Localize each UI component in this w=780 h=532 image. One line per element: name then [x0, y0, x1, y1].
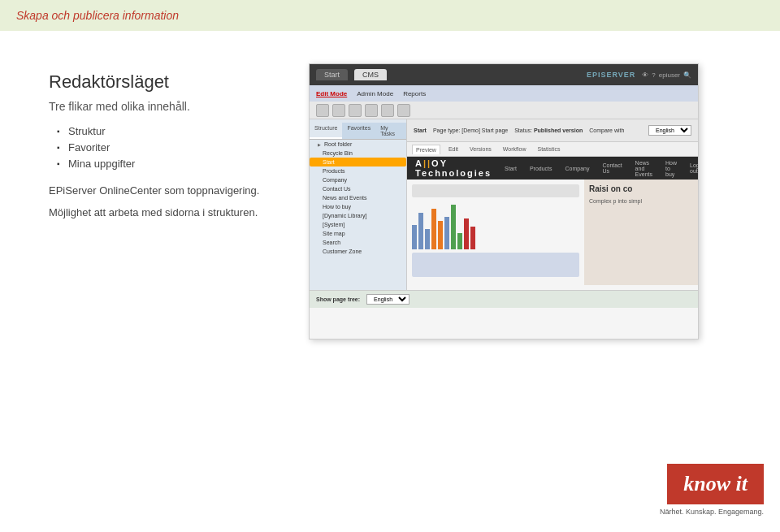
toolbar-btn-5[interactable]: [381, 104, 394, 117]
cms-screenshot: Start CMS EPISERVER 👁 ? epiuser 🔍 Edit M…: [309, 63, 699, 340]
list-item-uppgifter: Mina uppgifter: [57, 158, 276, 170]
language-select[interactable]: English: [648, 125, 691, 136]
tree-start[interactable]: Start: [310, 158, 406, 167]
bullet-list: Struktur Favoriter Mina uppgifter: [57, 125, 276, 170]
bar-4: [431, 209, 436, 249]
action-tab-versions[interactable]: Versions: [466, 145, 495, 154]
cms-tab-cms[interactable]: CMS: [354, 69, 387, 80]
bar-6: [444, 217, 449, 249]
preview-chart-header: [412, 184, 579, 197]
panel-tab-favorites[interactable]: Favorites: [342, 123, 375, 139]
know-it-tagline: Närhet. Kunskap. Engagemang.: [660, 508, 764, 516]
header-bar: Skapa och publicera information: [0, 0, 780, 31]
action-tab-workflow[interactable]: Workflow: [500, 145, 530, 154]
cms-tab-start[interactable]: Start: [316, 69, 348, 80]
tree-root-folder[interactable]: Root folder: [310, 140, 406, 149]
bar-1: [412, 225, 417, 249]
panel-tab-structure[interactable]: Structure: [310, 123, 342, 139]
panel-tab-tasks[interactable]: My Tasks: [375, 123, 406, 139]
toolbar-btn-4[interactable]: [365, 104, 378, 117]
tree-recycle-bin[interactable]: Recycle Bin: [310, 149, 406, 158]
know-it-badge: know it: [667, 464, 764, 504]
toolbar-btn-1[interactable]: [316, 104, 329, 117]
preview-nav-products: Products: [530, 166, 552, 171]
toolbar-btn-6[interactable]: [397, 104, 410, 117]
preview-logout: Log out: [690, 162, 698, 174]
cms-search-icon[interactable]: 🔍: [683, 71, 691, 79]
bar-3: [425, 229, 430, 249]
preview-nav-news: News and Events: [635, 160, 652, 177]
toolbar-btn-3[interactable]: [349, 104, 362, 117]
preview-nav-start: Start: [505, 166, 517, 171]
tree-news-events[interactable]: News and Events: [310, 193, 406, 202]
bar-8: [457, 233, 462, 249]
cms-eye-icon: 👁: [642, 71, 648, 79]
show-page-tree-label: Show page tree:: [316, 296, 360, 302]
cms-preview: A||OY Technologies Start Products Compan…: [407, 157, 698, 285]
action-tab-edit[interactable]: Edit: [445, 145, 462, 154]
toolbar-btn-2[interactable]: [332, 104, 345, 117]
preview-right-text: Complex p into simpl: [589, 197, 693, 205]
screenshot-column: Start CMS EPISERVER 👁 ? epiuser 🔍 Edit M…: [309, 63, 748, 340]
bar-2: [418, 213, 423, 249]
cms-modebar: Edit Mode Admin Mode Reports: [310, 85, 698, 102]
description-sidorna: Möjlighet att arbeta med sidorna i struk…: [49, 205, 276, 221]
preview-right-heading: Raisi on co: [589, 184, 693, 194]
cms-user-label: epiuser: [659, 71, 680, 79]
tree-customer-zone[interactable]: Customer Zone: [310, 247, 406, 256]
bar-10: [470, 227, 475, 249]
cms-question-icon: ?: [652, 71, 655, 79]
action-tab-preview[interactable]: Preview: [412, 145, 440, 154]
preview-nav-company: Company: [566, 166, 590, 171]
description-episerver: EPiServer OnlineCenter som toppnavigerin…: [49, 183, 276, 199]
preview-sidebar-right: Raisi on co Complex p into simpl: [584, 179, 698, 285]
page-type-label: Page type: [Demo] Start page: [433, 128, 508, 133]
preview-main: [407, 179, 584, 285]
list-item-struktur: Struktur: [57, 125, 276, 137]
action-tab-statistics[interactable]: Statistics: [534, 145, 563, 154]
tree-contact-us[interactable]: Contact Us: [310, 184, 406, 193]
preview-nav-howtobuy: How to buy: [665, 160, 677, 177]
main-content: Redaktörsläget Tre flikar med olika inne…: [0, 31, 780, 356]
compare-with: Compare with: [589, 128, 624, 133]
preview-logo: A||OY Technologies: [415, 158, 492, 178]
cms-topbar: Start CMS EPISERVER 👁 ? epiuser 🔍: [310, 64, 698, 85]
list-item-favoriter: Favoriter: [57, 141, 276, 154]
bar-5: [438, 221, 443, 249]
header-title: Skapa och publicera information: [16, 9, 179, 22]
cms-action-tabs: Preview Edit Versions Workflow Statistic…: [407, 142, 698, 157]
language-bottom-select[interactable]: English: [366, 294, 410, 305]
bar-7: [451, 205, 456, 249]
preview-website-header: A||OY Technologies Start Products Compan…: [407, 157, 698, 179]
bar-9: [464, 218, 469, 249]
preview-chart-bars: [412, 201, 579, 249]
text-column: Redaktörsläget Tre flikar med olika inne…: [49, 63, 276, 227]
tree-search[interactable]: Search: [310, 238, 406, 247]
mode-admin[interactable]: Admin Mode: [357, 90, 393, 97]
cms-page-info-bar: Start Page type: [Demo] Start page Statu…: [407, 119, 698, 142]
preview-content-area: Raisi on co Complex p into simpl: [407, 179, 698, 285]
mode-reports[interactable]: Reports: [403, 90, 426, 97]
status-badge: Status: Published version: [514, 128, 583, 133]
tree-how-to-buy[interactable]: How to buy: [310, 202, 406, 211]
cms-right-panel: Start Page type: [Demo] Start page Statu…: [407, 119, 698, 290]
cms-user-area: 👁 ? epiuser 🔍: [642, 71, 691, 79]
tree-system[interactable]: [System]: [310, 220, 406, 229]
cms-bottombar: Show page tree: English: [310, 290, 698, 308]
cms-toolbar: [310, 102, 698, 119]
tree-company[interactable]: Company: [310, 175, 406, 184]
cms-logo: EPISERVER: [587, 71, 635, 79]
subheading: Tre flikar med olika innehåll.: [49, 99, 276, 115]
preview-nav-contact: Contact Us: [602, 162, 622, 174]
know-it-section: know it Närhet. Kunskap. Engagemang.: [660, 464, 764, 516]
cms-panel-tabs: Structure Favorites My Tasks: [310, 123, 406, 140]
preview-data-table: [412, 253, 579, 277]
cms-left-panel: Structure Favorites My Tasks Root folder…: [310, 119, 407, 290]
cms-body: Structure Favorites My Tasks Root folder…: [310, 119, 698, 290]
page-info-text: Start: [414, 128, 427, 133]
tree-products[interactable]: Products: [310, 167, 406, 175]
mode-edit[interactable]: Edit Mode: [316, 90, 347, 97]
tree-sitemap[interactable]: Site map: [310, 229, 406, 238]
page-heading: Redaktörsläget: [49, 71, 276, 93]
tree-dynamic-library[interactable]: [Dynamic Library]: [310, 211, 406, 220]
